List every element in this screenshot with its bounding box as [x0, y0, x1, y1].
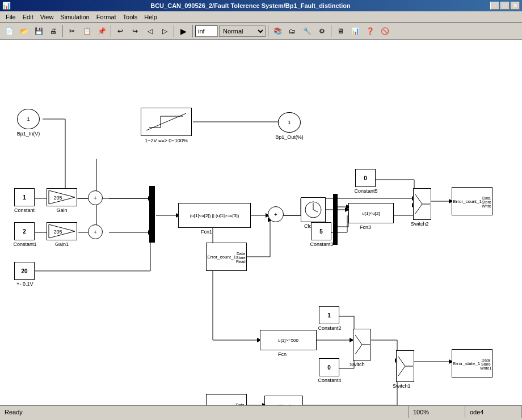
switch1-block[interactable]: [396, 350, 414, 382]
constant2-label: Constant2: [312, 325, 347, 331]
constant4-block[interactable]: 0: [319, 358, 339, 376]
constant2-block[interactable]: 1: [319, 306, 339, 324]
menu-tools[interactable]: Tools: [120, 12, 141, 22]
constant5-block[interactable]: 0: [355, 169, 376, 187]
clock-block[interactable]: [301, 197, 326, 222]
print-button[interactable]: 🖨: [47, 24, 60, 38]
status-solver: ode4: [465, 406, 522, 418]
status-bar: Ready 100% ode4: [0, 405, 522, 418]
switch-label: Switch: [350, 362, 365, 367]
toolbar: 📄 📂 💾 🖨 ✂ 📋 📌 ↩ ↪ ◁ ▷ ▶ Normal Accelerat…: [0, 23, 522, 40]
sum1-block[interactable]: +: [88, 190, 103, 205]
config-button[interactable]: ⚙: [315, 24, 329, 38]
play-button[interactable]: ▶: [176, 24, 190, 38]
help2-button[interactable]: ❓: [363, 24, 377, 38]
menu-edit[interactable]: Edit: [19, 12, 37, 22]
bp1-out-block[interactable]: 1: [278, 112, 301, 133]
svg-line-81: [415, 194, 422, 204]
plus-01v-label: +- 0.1V: [8, 281, 42, 287]
nav-back[interactable]: ◁: [143, 24, 157, 38]
data-store-write[interactable]: Error_count_1 Data StoreWrite: [452, 187, 492, 215]
switch-block[interactable]: [353, 329, 371, 360]
data-store-read1[interactable]: Error_state_1 Data StoreRead1: [206, 394, 247, 405]
fcn3-label: Fcn3: [360, 224, 371, 230]
sum2-block[interactable]: +: [88, 224, 103, 239]
maximize-button[interactable]: □: [500, 2, 510, 10]
status-zoom: 100%: [409, 406, 465, 418]
switch1-label: Switch1: [393, 383, 411, 389]
fcn1-label: Fcn1: [201, 229, 212, 235]
gain1-block[interactable]: 205: [47, 222, 77, 240]
gain1-label: Gain1: [50, 241, 73, 247]
svg-line-85: [355, 345, 362, 354]
constant3-block[interactable]: 5: [311, 222, 331, 240]
sim-time-input[interactable]: [195, 26, 218, 37]
bp1-in-label: Bp1_In(V): [12, 131, 44, 137]
redo-button[interactable]: ↪: [128, 24, 142, 38]
data-store-write1[interactable]: Error_state_1 Data StoreWrite1: [452, 349, 492, 377]
menu-simulation[interactable]: Simulation: [57, 12, 92, 22]
constant4-label: Constant4: [312, 377, 347, 383]
separator-5: [268, 25, 268, 37]
fcn2-block[interactable]: u[1]==1: [264, 396, 303, 405]
svg-line-88: [398, 366, 405, 376]
switch2-block[interactable]: [413, 188, 431, 220]
gain-block[interactable]: 205: [47, 188, 77, 206]
status-ready: Ready: [0, 406, 409, 418]
nav-fwd[interactable]: ▷: [158, 24, 171, 38]
debug-button[interactable]: 🔧: [300, 24, 314, 38]
connection-lines: [0, 40, 522, 405]
new-button[interactable]: 📄: [2, 24, 16, 38]
save-button[interactable]: 💾: [32, 24, 45, 38]
target-button[interactable]: 🖥: [334, 24, 347, 38]
close-button[interactable]: ✕: [511, 2, 520, 10]
rtw-button[interactable]: 📊: [348, 24, 362, 38]
stop-button[interactable]: 🚫: [378, 24, 392, 38]
bp1-out-label: Bp1_Out(%): [273, 134, 305, 140]
fcn-label: Fcn: [278, 351, 287, 357]
mux-block[interactable]: [149, 186, 155, 243]
svg-text:205: 205: [53, 195, 62, 201]
separator-1: [62, 25, 63, 37]
paste-button[interactable]: 📌: [95, 24, 108, 38]
fcn-block[interactable]: u[1]>=500: [260, 330, 317, 350]
mux2-block[interactable]: [333, 194, 338, 245]
svg-line-82: [415, 204, 422, 214]
constant5-label: Constant5: [348, 188, 384, 194]
separator-4: [192, 25, 193, 37]
plus-01v-block[interactable]: 20: [14, 262, 35, 280]
menu-bar: File Edit View Simulation Format Tools H…: [0, 11, 522, 23]
menu-file[interactable]: File: [2, 12, 19, 22]
undo-button[interactable]: ↩: [113, 24, 127, 38]
constant1-label: Constant1: [8, 241, 42, 247]
constant-block[interactable]: 1: [14, 188, 35, 206]
simulink-canvas[interactable]: 1 Bp1_In(V) 1~2V ==> 0~100% 1 Bp1_Out(%)…: [0, 40, 522, 405]
menu-help[interactable]: Help: [141, 12, 161, 22]
constant-label: Constant: [10, 207, 39, 213]
mode-dropdown[interactable]: Normal Accelerator: [219, 26, 266, 37]
svg-text:205: 205: [53, 229, 62, 235]
switch2-label: Switch2: [411, 221, 429, 227]
copy-button[interactable]: 📋: [80, 24, 94, 38]
separator-6: [331, 25, 331, 37]
menu-format[interactable]: Format: [93, 12, 120, 22]
gain-label: Gain: [50, 207, 73, 213]
svg-line-84: [355, 335, 362, 345]
menu-view[interactable]: View: [37, 12, 57, 22]
cut-button[interactable]: ✂: [65, 24, 79, 38]
minimize-button[interactable]: ─: [490, 2, 499, 10]
title-bar: 📊 BCU_CAN_090526_2/Fault Tolerence Syste…: [0, 0, 522, 11]
library-button[interactable]: 📚: [271, 24, 284, 38]
bp1-in-block[interactable]: 1: [17, 109, 40, 129]
fcn1-block[interactable]: (u[1]<u[2]) || (u[1]>=u[3]): [178, 203, 251, 228]
open-button[interactable]: 📂: [17, 24, 31, 38]
fcn3-block[interactable]: u[1]<u[2]: [348, 203, 394, 223]
lookup-table[interactable]: [141, 108, 192, 136]
svg-line-87: [398, 357, 405, 366]
data-store-read[interactable]: Error_count_1 Data StoreRead: [206, 243, 247, 271]
sum-result-block[interactable]: +: [268, 206, 284, 222]
model-browser[interactable]: 🗂: [285, 24, 299, 38]
constant1-block[interactable]: 2: [14, 222, 35, 240]
window-title: BCU_CAN_090526_2/Fault Tolerence System/…: [11, 2, 490, 9]
separator-2: [111, 25, 111, 37]
